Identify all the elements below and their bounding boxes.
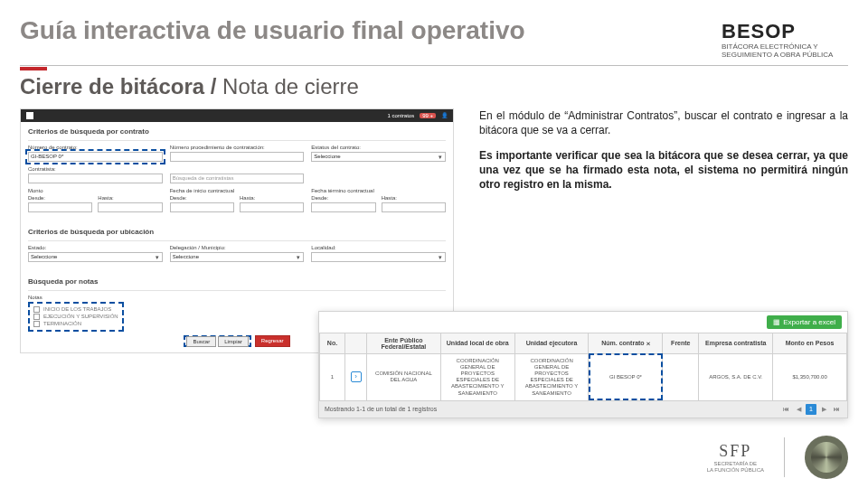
results-panel: ▦Exportar a excel No. Ente Público Feder… — [318, 311, 848, 418]
checkbox-nota-2[interactable]: EJECUCIÓN Y SUPERVISIÓN — [33, 314, 118, 320]
input-termino-desde[interactable] — [311, 202, 375, 212]
excel-icon: ▦ — [773, 318, 780, 326]
gov-seal-icon — [805, 436, 848, 479]
label-num-proc: Número procedimiento de contratación: — [170, 145, 305, 150]
label-inicio: Fecha de inicio contractual — [170, 188, 305, 193]
export-excel-button[interactable]: ▦Exportar a excel — [767, 315, 842, 329]
checkbox-nota-1[interactable]: INICIO DE LOS TRABAJOS — [33, 306, 118, 313]
label-monto: Monto — [28, 188, 163, 193]
label-contratista: Contratista: — [28, 166, 163, 172]
brand-logo: BESOP — [722, 20, 848, 43]
pager: Mostrando 1-1 de un total de 1 registros… — [319, 401, 847, 418]
cell-contrato: GI BESOP 0* — [589, 353, 663, 400]
input-monto-hasta[interactable] — [98, 202, 162, 212]
instruction-p2: Es importante verificar que sea la bitác… — [479, 148, 848, 192]
label-notas: Notas — [28, 295, 446, 300]
th-go — [345, 333, 367, 353]
select-localidad[interactable] — [311, 252, 446, 262]
notification-badge[interactable]: 99 + — [420, 113, 436, 118]
header-rule — [20, 65, 848, 66]
section3-title: Búsqueda por notas — [28, 277, 446, 286]
page-title: Guía interactiva de usuario final operat… — [20, 16, 525, 45]
footer-logos: SFP SECRETARÍA DE LA FUNCIÓN PÚBLICA — [707, 436, 848, 479]
contracts-count: 1 contratos — [387, 113, 414, 118]
sfp-logo: SFP SECRETARÍA DE LA FUNCIÓN PÚBLICA — [707, 442, 764, 473]
brand-tagline: BITÁCORA ELECTRÓNICA Y SEGUIMIENTO A OBR… — [722, 43, 848, 60]
select-estatus[interactable]: Seleccione — [311, 152, 446, 162]
app-topbar: 1 contratos 99 + 👤 — [21, 109, 453, 122]
input-monto-desde[interactable] — [28, 202, 92, 212]
pager-last[interactable]: ⏭ — [831, 404, 842, 415]
brand-block: BESOP BITÁCORA ELECTRÓNICA Y SEGUIMIENTO… — [722, 16, 848, 60]
results-table: No. Ente Público Federal/Estatal Unidad … — [319, 333, 847, 401]
th-empresa: Empresa contratista — [699, 333, 773, 353]
instruction-text: En el módulo de “Administrar Contratos”,… — [479, 108, 848, 203]
pager-next[interactable]: ▶ — [818, 404, 829, 415]
footer-divider — [784, 437, 785, 477]
user-icon[interactable]: 👤 — [441, 112, 448, 118]
label-estatus: Estatus del contrato: — [311, 145, 446, 150]
th-ente: Ente Público Federal/Estatal — [367, 333, 441, 353]
pager-text: Mostrando 1-1 de un total de 1 registros — [325, 406, 437, 412]
open-row-button[interactable]: › — [351, 371, 362, 382]
th-monto: Monto en Pesos — [773, 333, 847, 353]
label-termino: Fecha término contractual — [311, 188, 446, 193]
input-num-contrato[interactable]: GI-BESOP 0* — [28, 152, 163, 162]
input-num-proc[interactable] — [170, 152, 305, 162]
checkbox-nota-3[interactable]: TERMINACIÓN — [33, 321, 118, 327]
subtitle-light: Nota de cierre — [222, 74, 359, 99]
buscar-button[interactable]: Buscar — [186, 336, 216, 347]
instruction-p1: En el módulo de “Administrar Contratos”,… — [479, 108, 848, 137]
select-delegacion[interactable]: Seleccione — [170, 252, 305, 262]
input-contratista[interactable] — [28, 174, 163, 183]
label-num-contrato: Número de contrato: — [28, 145, 163, 150]
input-busqueda-contratistas[interactable]: Búsqueda de contratistas — [170, 174, 305, 183]
section2-title: Criterios de búsqueda por ubicación — [28, 228, 446, 236]
th-no: No. — [320, 333, 345, 353]
limpiar-button[interactable]: Limpiar — [218, 336, 249, 347]
table-row: 1 › COMISIÓN NACIONAL DEL AGUA COORDINAC… — [320, 353, 847, 400]
th-ue: Unidad ejecutora — [514, 333, 589, 353]
th-contrato: Núm. contrato ⨉ — [589, 333, 663, 353]
pager-current: 1 — [806, 404, 816, 415]
input-termino-hasta[interactable] — [382, 202, 446, 212]
input-inicio-desde[interactable] — [170, 202, 234, 212]
subtitle: Cierre de bitácora / Nota de cierre — [0, 70, 868, 108]
subtitle-bold: Cierre de bitácora / — [20, 74, 222, 99]
input-inicio-hasta[interactable] — [240, 202, 304, 212]
select-estado[interactable]: Seleccione — [28, 252, 163, 262]
regresar-button[interactable]: Regresar — [255, 335, 290, 347]
section1-title: Criterios de búsqueda por contrato — [28, 127, 446, 136]
notas-group: INICIO DE LOS TRABAJOS EJECUCIÓN Y SUPER… — [28, 302, 124, 332]
th-ulo: Unidad local de obra — [440, 333, 514, 353]
home-icon[interactable] — [26, 112, 33, 119]
th-frente: Frente — [663, 333, 699, 353]
pager-prev[interactable]: ◀ — [793, 404, 804, 415]
pager-first[interactable]: ⏮ — [780, 404, 791, 415]
